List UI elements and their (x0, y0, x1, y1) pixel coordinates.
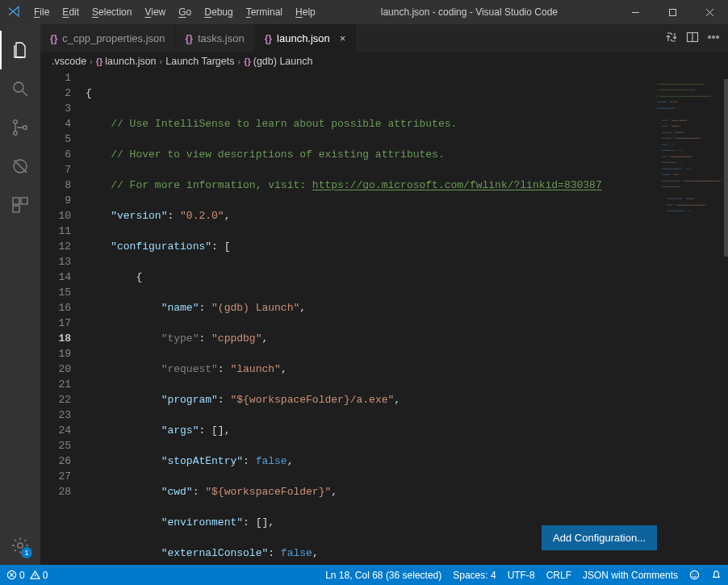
json-icon: {} (265, 33, 272, 44)
svg-point-8 (23, 126, 27, 130)
more-icon[interactable] (707, 31, 720, 46)
minimap[interactable]: { // xxxxxxxxxxxxxxxxxxxxxxxxxxxxxxxxxxx… (651, 70, 728, 565)
menu-go[interactable]: Go (172, 0, 198, 24)
crumb-label[interactable]: launch.json (105, 56, 156, 67)
status-position[interactable]: Ln 18, Col 68 (36 selected) (325, 570, 441, 581)
menu-selection[interactable]: Selection (86, 0, 138, 24)
activity-search[interactable] (0, 69, 40, 108)
code-content[interactable]: { // Use IntelliSense to learn about pos… (86, 70, 651, 565)
close-button[interactable] (691, 0, 728, 24)
menu-terminal[interactable]: Terminal (240, 0, 289, 24)
crumb-label[interactable]: Launch Targets (165, 56, 234, 67)
close-icon[interactable]: × (335, 32, 346, 44)
status-warnings[interactable]: 0 (30, 570, 48, 581)
tab-actions (657, 24, 728, 52)
compare-changes-icon[interactable] (665, 31, 678, 46)
svg-rect-12 (21, 198, 27, 204)
tab-c-cpp-properties[interactable]: {} c_cpp_properties.json (40, 24, 176, 52)
menu-help[interactable]: Help (289, 0, 322, 24)
activity-bar: 1 (0, 24, 40, 565)
editor-area: {} c_cpp_properties.json {} tasks.json {… (40, 24, 728, 565)
json-icon: {} (50, 33, 57, 44)
editor[interactable]: 1234 5678 9101112 13141516 17181920 2122… (40, 70, 728, 565)
svg-point-24 (690, 570, 698, 579)
tabs-row: {} c_cpp_properties.json {} tasks.json {… (40, 24, 728, 52)
activity-extensions[interactable] (0, 186, 40, 224)
window-controls (617, 0, 728, 24)
svg-rect-13 (13, 206, 19, 212)
window-title: launch.json - coding - Visual Studio Cod… (322, 6, 617, 18)
activity-scm[interactable] (0, 108, 40, 147)
svg-rect-11 (13, 198, 19, 204)
maximize-button[interactable] (654, 0, 691, 24)
tab-label: c_cpp_properties.json (62, 32, 165, 44)
add-configuration-button[interactable]: Add Configuration... (542, 525, 657, 550)
svg-point-6 (14, 120, 18, 124)
title-bar: File Edit Selection View Go Debug Termin… (0, 0, 728, 24)
tab-tasks[interactable]: {} tasks.json (176, 24, 255, 52)
split-editor-icon[interactable] (686, 31, 699, 46)
chevron-right-icon: › (235, 56, 245, 66)
svg-rect-1 (669, 9, 676, 15)
status-spaces[interactable]: Spaces: 4 (453, 570, 496, 581)
svg-point-25 (692, 574, 693, 575)
activity-explorer[interactable] (0, 31, 40, 69)
activity-settings[interactable]: 1 (0, 526, 40, 565)
json-icon: {} (186, 33, 193, 44)
settings-badge: 1 (21, 547, 32, 558)
menu-debug[interactable]: Debug (198, 0, 239, 24)
status-eol[interactable]: CRLF (546, 570, 571, 581)
svg-point-26 (696, 574, 697, 575)
svg-point-19 (717, 36, 719, 39)
menu-file[interactable]: File (27, 0, 56, 24)
app-icon (0, 5, 27, 19)
json-icon: {} (244, 56, 253, 66)
svg-point-17 (709, 36, 711, 39)
status-bar: 0 0 Ln 18, Col 68 (36 selected) Spaces: … (0, 565, 728, 585)
status-language[interactable]: JSON with Comments (583, 570, 678, 581)
tab-launch[interactable]: {} launch.json × (255, 24, 357, 52)
feedback-icon[interactable] (689, 570, 700, 580)
menu-view[interactable]: View (138, 0, 172, 24)
crumb-label[interactable]: .vscode (52, 56, 86, 67)
svg-point-7 (14, 132, 18, 136)
tab-label: tasks.json (198, 32, 245, 44)
status-encoding[interactable]: UTF-8 (508, 570, 535, 581)
tab-label: launch.json (277, 32, 330, 44)
breadcrumbs[interactable]: .vscode › {} launch.json › Launch Target… (40, 52, 728, 70)
status-errors[interactable]: 0 (6, 570, 25, 581)
main-area: 1 {} c_cpp_properties.json {} tasks.json… (0, 24, 728, 565)
chevron-right-icon: › (86, 56, 96, 66)
activity-debug[interactable] (0, 147, 40, 186)
chevron-right-icon: › (157, 56, 166, 66)
minimize-button[interactable] (617, 0, 654, 24)
svg-point-18 (713, 36, 715, 39)
crumb-label[interactable]: (gdb) Launch (253, 56, 313, 67)
menu-edit[interactable]: Edit (56, 0, 86, 24)
svg-point-4 (14, 82, 23, 92)
minimap-content: { // xxxxxxxxxxxxxxxxxxxxxxxxxxxxxxxxxxx… (654, 73, 725, 247)
scrollbar-thumb[interactable] (724, 79, 728, 257)
json-icon: {} (96, 56, 106, 66)
notifications-icon[interactable] (711, 570, 722, 580)
line-gutter: 1234 5678 9101112 13141516 17181920 2122… (40, 70, 86, 565)
menu-bar: File Edit Selection View Go Debug Termin… (27, 0, 322, 24)
svg-point-14 (18, 543, 23, 548)
svg-line-5 (23, 91, 27, 96)
